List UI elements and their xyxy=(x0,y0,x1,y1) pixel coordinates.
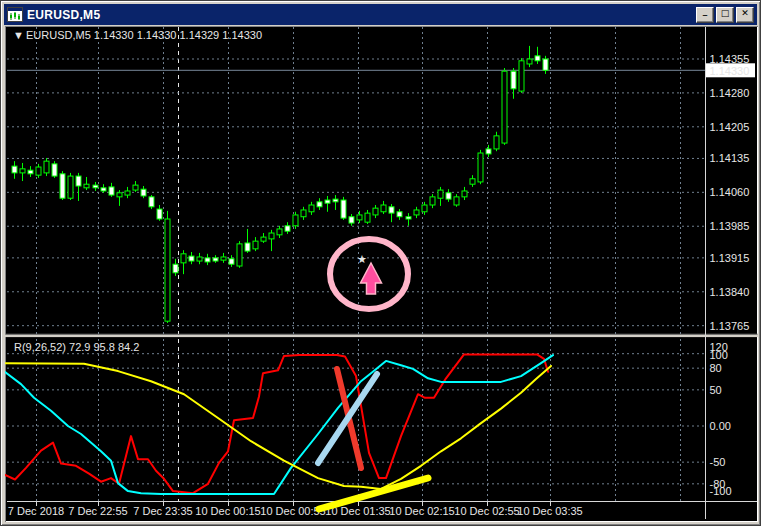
candle xyxy=(149,197,154,207)
candle xyxy=(333,199,338,202)
pane-splitter[interactable] xyxy=(5,335,758,338)
candle xyxy=(197,257,202,261)
candle xyxy=(277,229,282,235)
candle xyxy=(165,219,170,321)
candle xyxy=(20,169,25,173)
candle xyxy=(189,256,194,261)
candle xyxy=(373,208,378,215)
candle xyxy=(181,254,186,263)
candle xyxy=(221,257,226,260)
close-button[interactable]: ✕ xyxy=(736,7,754,23)
indicator-label: R(9,26,52) 72.9 95.8 84.2 xyxy=(14,341,139,353)
candle xyxy=(125,191,130,195)
candle xyxy=(117,193,122,197)
time-axis-label: 7 Dec 2018 xyxy=(8,505,64,517)
candle xyxy=(438,190,443,198)
candle xyxy=(229,259,234,264)
candle xyxy=(519,61,524,91)
indicator-lines-layer xyxy=(5,354,553,494)
price-axis-label: 1.14355 xyxy=(710,53,750,65)
candle xyxy=(430,197,435,205)
candle xyxy=(253,241,258,249)
minimize-button[interactable]: _ xyxy=(696,7,714,23)
candle xyxy=(422,205,427,212)
candle xyxy=(213,258,218,261)
candle xyxy=(309,205,314,212)
indicator-axis-label: -100 xyxy=(710,485,732,497)
up-arrow-icon[interactable] xyxy=(361,263,382,294)
candle xyxy=(269,233,274,239)
grid-layer xyxy=(7,27,705,501)
candle xyxy=(141,189,146,196)
price-axis-label: 1.13915 xyxy=(710,252,750,264)
candle xyxy=(293,215,298,226)
candle xyxy=(406,217,411,219)
candle xyxy=(93,185,98,188)
time-axis-label: 7 Dec 22:55 xyxy=(68,505,127,517)
candle xyxy=(285,226,290,231)
candle xyxy=(535,56,540,61)
candle xyxy=(349,217,354,223)
price-axis-label: 1.13840 xyxy=(710,286,750,298)
current-price-label: 1.14330 xyxy=(710,65,750,77)
candle xyxy=(301,210,306,217)
time-axis-label: 10 Dec 03:35 xyxy=(517,505,582,517)
time-axis-label: 10 Dec 02:15 xyxy=(389,505,454,517)
candle xyxy=(52,164,57,176)
candle xyxy=(36,167,41,175)
star-icon[interactable]: ★ xyxy=(357,253,367,265)
price-axis-label: 1.14205 xyxy=(710,121,750,133)
ohlc-marker-icon[interactable]: ▼ xyxy=(13,29,24,41)
candle xyxy=(527,59,532,64)
candle xyxy=(317,202,322,207)
time-axis-label: 10 Dec 02:55 xyxy=(454,505,519,517)
candle xyxy=(60,174,65,198)
time-axis-label: 7 Dec 23:35 xyxy=(133,505,192,517)
candle xyxy=(109,187,114,195)
candle xyxy=(84,184,89,188)
window-title: EURUSD,M5 xyxy=(27,8,100,22)
price-axis-label: 1.13985 xyxy=(710,220,750,232)
time-axis-label: 10 Dec 00:55 xyxy=(260,505,325,517)
candle xyxy=(157,209,162,219)
mt4-chart-window: EURUSD,M5 _ □ ✕ ★ 1.143551.142801.142051… xyxy=(0,0,761,526)
candle xyxy=(173,264,178,273)
candle xyxy=(12,166,17,173)
candle xyxy=(381,205,386,212)
maximize-button[interactable]: □ xyxy=(716,7,734,23)
candle xyxy=(397,212,402,217)
candle xyxy=(470,179,475,184)
candle xyxy=(44,161,49,173)
candle xyxy=(389,207,394,213)
indicator-axis-label: -50 xyxy=(710,456,726,468)
candle xyxy=(357,215,362,220)
candle xyxy=(325,200,330,203)
candle xyxy=(68,176,73,198)
candle xyxy=(511,71,516,89)
chart-canvas[interactable]: ★ 1.143551.142801.142051.141351.140601.1… xyxy=(5,26,758,522)
candle xyxy=(261,237,266,241)
indicator-axis-label: 0.00 xyxy=(710,420,731,432)
time-axis-label: 10 Dec 00:15 xyxy=(195,505,260,517)
price-axis-label: 1.13765 xyxy=(710,320,750,332)
indicator-line-red xyxy=(5,354,548,493)
candle xyxy=(28,170,33,174)
candle xyxy=(414,210,419,215)
candle xyxy=(454,197,459,205)
candle xyxy=(245,243,250,251)
candle xyxy=(486,149,491,154)
candle xyxy=(205,258,210,262)
candle xyxy=(478,153,483,182)
candle xyxy=(446,193,451,199)
symbol-ohlc-label: EURUSD,M5 1.14330 1.14330 1.14329 1.1433… xyxy=(26,29,262,41)
chart-window-icon xyxy=(7,7,23,22)
window-titlebar[interactable]: EURUSD,M5 _ □ ✕ xyxy=(4,4,757,25)
candle xyxy=(341,200,346,218)
signal-annotation-layer[interactable]: ★ xyxy=(330,239,408,309)
candle xyxy=(76,176,81,186)
candle xyxy=(462,191,467,197)
price-axis-label: 1.14060 xyxy=(710,186,750,198)
price-axis-label: 1.14280 xyxy=(710,87,750,99)
axes-layer[interactable]: 1.143551.142801.142051.141351.140601.139… xyxy=(5,27,758,520)
candles-layer xyxy=(12,46,548,323)
